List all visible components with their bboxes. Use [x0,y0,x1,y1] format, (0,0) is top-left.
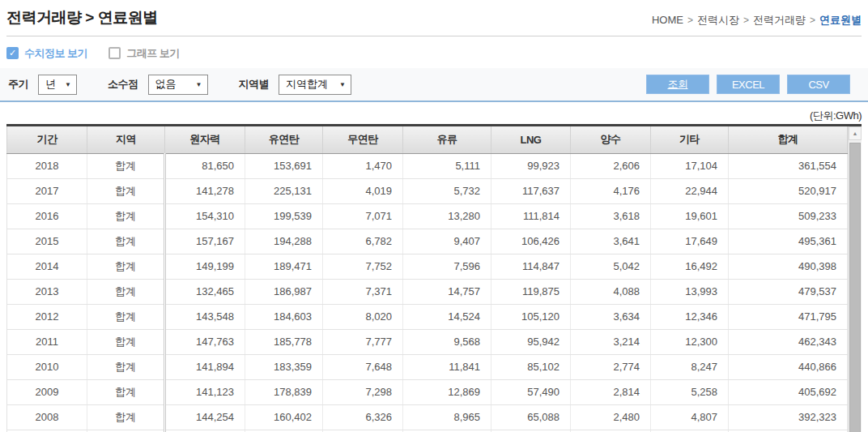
cell-value: 1,470 [323,153,403,178]
column-header-지역: 지역 [87,126,165,153]
cell-region: 합계 [87,279,165,304]
cell-value: 183,359 [245,354,323,379]
cell-value: 57,490 [491,379,571,404]
cell-region: 합계 [87,329,165,354]
graph-view-toggle[interactable]: 그래프 보기 [108,46,180,61]
table-header-row: 기간지역원자력유연탄무연탄유류LNG양수기타합계 [7,126,848,153]
cell-value: 5,042 [571,254,651,279]
table-row: 2015합계157,167194,2886,7829,407106,4263,6… [7,229,848,254]
cell-value: 7,648 [323,354,403,379]
cell-value: 157,167 [165,229,245,254]
csv-export-button[interactable]: CSV [787,75,850,94]
scroll-up-icon[interactable]: ▲ [849,126,862,140]
filter-bar: 주기 년 ▼ 소수점 없음 ▼ 지역별 지역합계 ▼ 조회 EXCEL CSV [0,68,868,102]
cell-value: 141,894 [165,354,245,379]
table-row: 2011합계147,763185,7787,7779,56895,9423,21… [7,329,848,354]
cell-value: 4,176 [571,178,651,203]
cell-region: 합계 [87,379,165,404]
cell-value: 114,847 [491,254,571,279]
cell-value: 440,866 [729,354,848,379]
region-select[interactable]: 지역합계 ▼ [279,75,351,95]
scrollbar-thumb[interactable] [849,143,861,432]
checked-checkbox-icon[interactable]: ✓ [6,47,19,59]
table-row: 2010합계141,894183,3597,64811,84185,1022,7… [7,354,848,379]
cell-period: 2008 [7,404,87,430]
cell-value: 12,869 [403,379,491,404]
decimal-label: 소수점 [108,77,138,92]
breadcrumb-item[interactable]: HOME [652,14,683,26]
table-row: 2013합계132,465186,9877,37114,757119,8754,… [7,279,848,304]
region-filter-group: 지역별 지역합계 ▼ [239,75,352,95]
cell-value: 81,650 [165,153,245,178]
table-row: 2009합계141,123178,8397,29812,86957,4902,8… [7,379,848,404]
cell-value: 392,323 [729,404,848,430]
cell-value: 8,965 [403,404,491,430]
cell-value: 405,692 [729,379,848,404]
numeric-view-toggle[interactable]: ✓ 수치정보 보기 [6,46,87,61]
cell-period: 2010 [7,354,87,379]
column-header-무연탄: 무연탄 [323,126,403,153]
table-row: 2017합계141,278225,1314,0195,732117,6374,1… [7,178,848,203]
cell-value: 2,814 [571,379,651,404]
cell-value: 7,371 [323,279,403,304]
cell-value: 153,691 [245,153,323,178]
table-body: 2018합계81,650153,6911,4705,11199,9232,606… [7,153,848,432]
cell-value: 184,603 [245,304,323,329]
cell-value: 144,254 [165,404,245,430]
breadcrumb-item[interactable]: 전력시장 [697,14,739,26]
cell-period: 2018 [7,153,87,178]
breadcrumb-separator: > [810,15,815,26]
unit-label: (단위:GWh) [6,109,862,121]
decimal-select[interactable]: 없음 ▼ [148,75,208,95]
cell-value: 13,280 [403,203,491,229]
excel-export-button[interactable]: EXCEL [717,75,780,94]
vertical-scrollbar[interactable]: ▲ [848,126,862,432]
chevron-down-icon: ▼ [65,81,71,88]
period-select[interactable]: 년 ▼ [38,75,77,95]
cell-value: 19,601 [651,203,729,229]
cell-value: 4,019 [323,178,403,203]
cell-value: 119,875 [491,279,571,304]
unchecked-checkbox-icon[interactable] [108,47,121,59]
cell-region: 합계 [87,153,165,178]
breadcrumb-separator: > [743,15,749,26]
cell-value: 154,310 [165,203,245,229]
cell-value: 7,071 [323,203,403,229]
cell-period: 2015 [7,229,87,254]
cell-value: 462,343 [729,329,848,354]
cell-value: 520,917 [729,178,848,203]
column-header-유연탄: 유연탄 [245,126,323,153]
cell-value: 132,465 [165,279,245,304]
decimal-filter-group: 소수점 없음 ▼ [108,75,208,95]
cell-value: 7,298 [323,379,403,404]
period-label: 주기 [8,77,28,92]
cell-value: 5,111 [403,153,491,178]
search-button[interactable]: 조회 [646,75,709,94]
decimal-select-value: 없음 [155,77,177,92]
cell-value: 509,233 [729,203,848,229]
cell-period: 2017 [7,178,87,203]
cell-value: 361,554 [729,153,848,178]
column-header-기타: 기타 [651,126,729,153]
cell-period: 2009 [7,379,87,404]
cell-value: 7,752 [323,254,403,279]
cell-value: 4,088 [571,279,651,304]
breadcrumb-separator: > [687,15,693,26]
cell-value: 479,537 [729,279,848,304]
column-header-합계: 합계 [729,126,848,153]
cell-value: 149,199 [165,254,245,279]
data-table-wrap: 기간지역원자력유연탄무연탄유류LNG양수기타합계 2018합계81,650153… [6,124,862,432]
cell-value: 9,568 [403,329,491,354]
cell-region: 합계 [87,404,165,430]
cell-value: 9,407 [403,229,491,254]
cell-value: 22,944 [651,178,729,203]
cell-value: 111,814 [491,203,571,229]
cell-value: 7,777 [323,329,403,354]
cell-value: 199,539 [245,203,323,229]
cell-value: 14,524 [403,304,491,329]
cell-region: 합계 [87,178,165,203]
cell-value: 141,278 [165,178,245,203]
breadcrumb-item[interactable]: 전력거래량 [753,14,806,26]
cell-value: 178,839 [245,379,323,404]
cell-value: 490,398 [729,254,848,279]
